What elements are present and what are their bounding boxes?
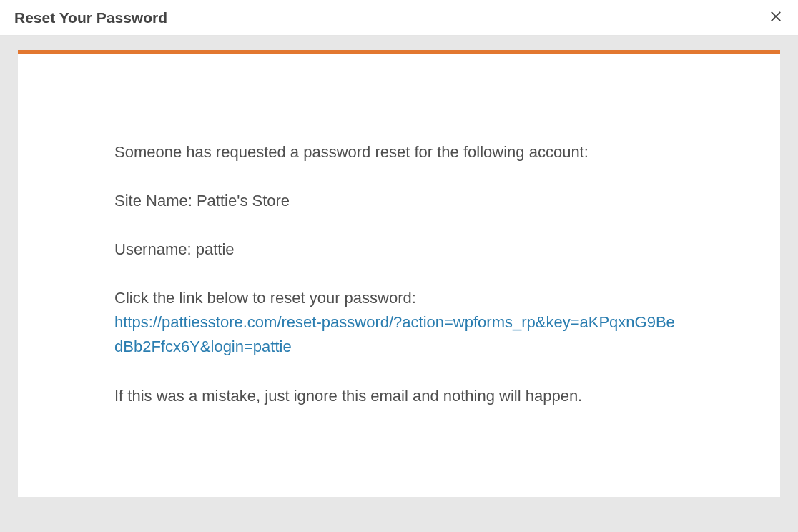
email-site-name: Site Name: Pattie's Store [114, 189, 684, 213]
email-card: Someone has requested a password reset f… [18, 50, 780, 497]
email-intro: Someone has requested a password reset f… [114, 140, 684, 164]
email-reset-link-wrapper: https://pattiesstore.com/reset-password/… [114, 310, 684, 359]
email-username: Username: pattie [114, 237, 684, 262]
modal-title: Reset Your Password [14, 9, 167, 26]
email-mistake-note: If this was a mistake, just ignore this … [114, 384, 684, 408]
modal-body: Someone has requested a password reset f… [0, 36, 798, 532]
reset-password-link[interactable]: https://pattiesstore.com/reset-password/… [114, 313, 675, 355]
email-content: Someone has requested a password reset f… [114, 140, 684, 408]
modal-header: Reset Your Password [0, 0, 798, 36]
close-button[interactable] [768, 9, 784, 26]
email-click-instruction: Click the link below to reset your passw… [114, 286, 684, 310]
close-icon [768, 9, 784, 26]
